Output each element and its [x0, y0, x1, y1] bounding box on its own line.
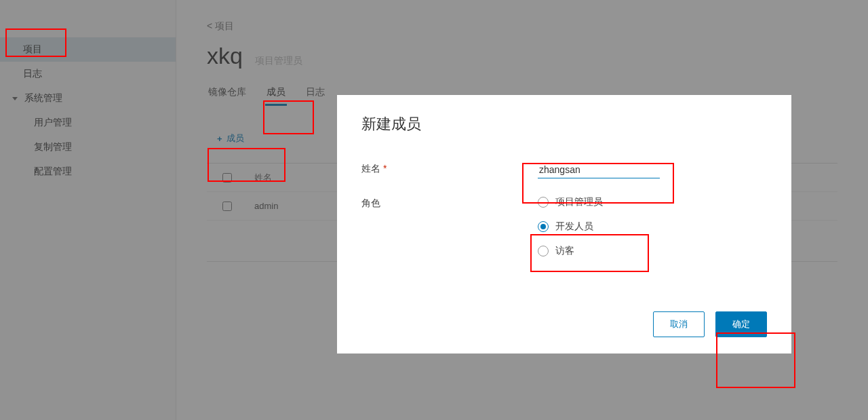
ok-button[interactable]: 确定: [715, 311, 767, 337]
role-option-developer[interactable]: 开发人员: [538, 221, 767, 233]
modal-footer: 取消 确定: [361, 311, 767, 337]
cancel-label: 取消: [670, 318, 688, 330]
name-label-text: 姓名: [361, 163, 380, 174]
cancel-button[interactable]: 取消: [653, 311, 705, 337]
modal-title: 新建成员: [361, 114, 767, 134]
role-option-label: 开发人员: [555, 221, 593, 233]
role-radio-group: 项目管理员 开发人员 访客: [538, 196, 767, 257]
role-option-label: 项目管理员: [555, 196, 603, 208]
new-member-modal: 新建成员 姓名* 角色 项目管理员 开发人员: [337, 95, 791, 354]
role-option-admin[interactable]: 项目管理员: [538, 196, 767, 208]
form-row-name: 姓名*: [361, 161, 767, 178]
required-asterisk: *: [383, 163, 387, 174]
name-field: [538, 161, 767, 178]
radio-icon: [538, 221, 549, 232]
name-input[interactable]: [538, 161, 660, 178]
radio-icon: [538, 197, 549, 208]
name-label: 姓名*: [361, 161, 538, 175]
form-row-role: 角色 项目管理员 开发人员 访客: [361, 196, 767, 257]
radio-icon: [538, 246, 549, 256]
role-label: 角色: [361, 196, 538, 210]
app-root: 项目 日志 系统管理 用户管理 复制管理 配置管理 < 项目 xkq 项目: [0, 0, 868, 420]
ok-label: 确定: [732, 318, 750, 330]
role-field: 项目管理员 开发人员 访客: [538, 196, 767, 257]
role-option-label: 访客: [555, 245, 574, 257]
role-option-guest[interactable]: 访客: [538, 245, 767, 257]
